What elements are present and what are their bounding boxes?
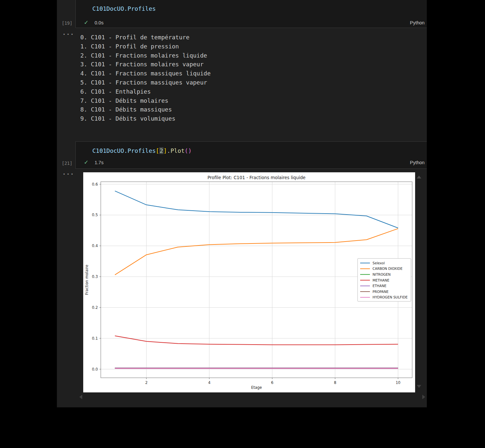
cell1-execution-count: [19] [62, 20, 72, 26]
cell2-index[interactable]: 2 [159, 147, 164, 154]
output-line: 8. C101 - Débits massiques [80, 105, 211, 114]
svg-text:2: 2 [145, 380, 148, 385]
svg-text:10: 10 [396, 380, 400, 385]
scroll-down-icon[interactable] [417, 385, 421, 388]
scroll-right-icon[interactable] [422, 395, 425, 399]
cell1-output-overflow-menu[interactable]: ··· [62, 31, 74, 38]
cell1-editor[interactable]: C101DocUO.Profiles ✓ 0.0s Python [75, 0, 427, 28]
cell2-output-overflow-menu[interactable]: ··· [62, 171, 74, 178]
svg-text:0.1: 0.1 [92, 336, 98, 341]
output-line: 3. C101 - Fractions molaires vapeur [80, 60, 211, 69]
svg-text:8: 8 [334, 380, 336, 385]
cell2-parens[interactable]: () [185, 147, 192, 154]
cell1-duration: 0.0s [95, 20, 103, 25]
cell2-execution-count: [21] [62, 161, 72, 166]
svg-text:METHANE: METHANE [373, 278, 389, 282]
cell2-bracket-close[interactable]: ] [164, 147, 167, 154]
cell2-dot[interactable]: . [167, 147, 171, 154]
output-line: 1. C101 - Profil de pression [80, 42, 211, 51]
cell1-success-check-icon: ✓ [84, 19, 88, 26]
cell2-editor[interactable]: C101DocUO.Profiles[2].Plot() ✓ 1.7s Pyth… [75, 141, 427, 169]
cell1-code-line[interactable]: C101DocUO.Profiles [92, 6, 156, 12]
svg-text:0.2: 0.2 [92, 305, 98, 310]
svg-text:Etage: Etage [251, 385, 262, 390]
svg-text:CARBON DIOXIDE: CARBON DIOXIDE [373, 267, 402, 270]
cell2-success-check-icon: ✓ [84, 159, 88, 165]
svg-text:0.5: 0.5 [92, 213, 98, 217]
svg-text:0.4: 0.4 [92, 244, 98, 248]
output-line: 0. C101 - Profil de température [80, 33, 211, 42]
scroll-left-icon[interactable] [79, 395, 82, 399]
output-line: 2. C101 - Fractions molaires liquide [80, 51, 211, 60]
svg-text:NITROGEN: NITROGEN [373, 272, 391, 276]
svg-text:HYDROGEN SULFIDE: HYDROGEN SULFIDE [373, 295, 408, 299]
cell2-bracket-open[interactable]: [ [156, 147, 159, 154]
cell2-language-picker[interactable]: Python [410, 160, 425, 165]
cell2-duration: 1.7s [95, 160, 103, 165]
svg-text:PROPANE: PROPANE [373, 290, 388, 294]
output-line: 5. C101 - Fractions massiques vapeur [80, 78, 211, 87]
svg-text:4: 4 [208, 380, 210, 385]
cell2-method[interactable]: Plot [170, 147, 184, 154]
notebook-panel: [19] C101DocUO.Profiles ✓ 0.0s Python ··… [57, 0, 427, 407]
screen: [19] C101DocUO.Profiles ✓ 0.0s Python ··… [0, 0, 485, 448]
cell1-output-text: 0. C101 - Profil de température1. C101 -… [80, 33, 211, 123]
cell2-object-expr[interactable]: C101DocUO.Profiles [92, 147, 156, 154]
scroll-up-icon[interactable] [417, 176, 421, 178]
profile-plot-figure: 2468100.00.10.20.30.40.50.6Profile Plot:… [83, 172, 415, 392]
svg-text:0.0: 0.0 [92, 367, 98, 372]
svg-text:ETHANE: ETHANE [373, 284, 387, 288]
cell1-code[interactable]: C101DocUO.Profiles [92, 5, 156, 12]
cell1-language-picker[interactable]: Python [410, 20, 425, 25]
svg-text:Profile Plot: C101 - Fractions: Profile Plot: C101 - Fractions molaires … [207, 175, 306, 180]
svg-text:Selexol: Selexol [373, 261, 385, 265]
profile-plot-chart: 2468100.00.10.20.30.40.50.6Profile Plot:… [83, 172, 415, 392]
output-line: 9. C101 - Débits volumiques [80, 114, 211, 123]
output-line: 7. C101 - Débits molaires [80, 96, 211, 105]
svg-text:Fraction molaire: Fraction molaire [85, 265, 89, 295]
svg-text:0.6: 0.6 [92, 182, 98, 187]
svg-text:0.3: 0.3 [92, 274, 98, 279]
output-line: 4. C101 - Fractions massiques liquide [80, 69, 211, 78]
cell2-code-line[interactable]: C101DocUO.Profiles[2].Plot() [92, 148, 192, 154]
output-line: 6. C101 - Enthalpies [80, 87, 211, 96]
svg-text:6: 6 [271, 380, 273, 385]
